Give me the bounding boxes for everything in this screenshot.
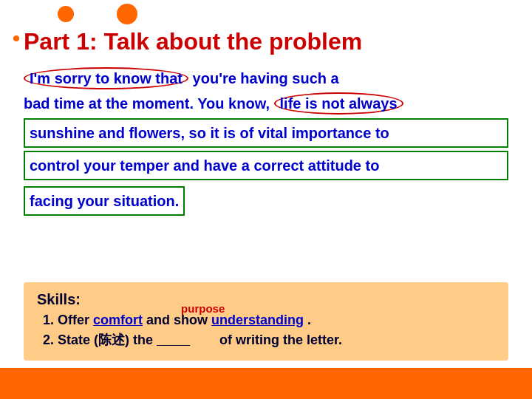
skill1-end: . <box>307 313 311 327</box>
skills-title: Skills: <box>37 291 495 308</box>
skill2-blank <box>157 332 216 348</box>
text-segment-3: sunshine and flowers, so it is of vital … <box>30 125 389 141</box>
text-segment-4: control your temper and have a correct a… <box>30 157 379 174</box>
skill1-middle: and <box>146 313 174 327</box>
text-segment-5: facing your situation. <box>30 193 179 209</box>
skill2-start: State (陈述) the <box>58 332 153 347</box>
skill1-show: show <box>174 313 211 327</box>
skill1-comfort: comfort <box>93 313 143 327</box>
orange-dot-2 <box>117 4 137 24</box>
orange-dot-3 <box>13 35 19 41</box>
skill-item-1: Offer comfort and purpose show understan… <box>58 313 495 328</box>
skill1-start: Offer <box>58 313 89 327</box>
skill1-purpose-overlay: purpose <box>181 302 225 315</box>
main-content: I'm sorry to know that you're having suc… <box>24 66 508 219</box>
page-title: Part 1: Talk about the problem <box>24 28 362 55</box>
orange-dot-1 <box>58 6 74 22</box>
text-segment-2: bad time at the moment. You know, <box>24 95 274 112</box>
skill2-end: of writing the letter. <box>219 332 342 347</box>
oval-highlight-1: I'm sorry to know that <box>24 67 188 89</box>
skill1-understanding: understanding <box>211 313 304 327</box>
skills-list: Offer comfort and purpose show understan… <box>37 313 495 349</box>
skills-box: Skills: Offer comfort and purpose show u… <box>24 282 508 361</box>
text-segment-1: you're having such a <box>188 70 339 86</box>
bottom-bar <box>0 368 532 399</box>
oval-highlight-3: sunshine and flowers, <box>30 125 185 141</box>
skill-item-2: State (陈述) the of writing the letter. <box>58 331 495 349</box>
oval-highlight-2: life is not always <box>274 92 403 115</box>
